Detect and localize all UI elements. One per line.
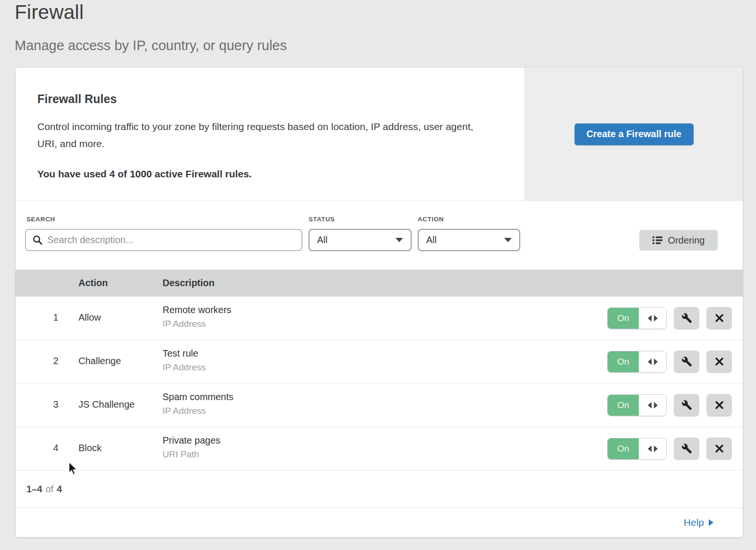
ordering-list-icon <box>653 236 662 244</box>
toggle-on-label[interactable]: On <box>608 351 639 372</box>
close-icon <box>715 444 724 453</box>
triangle-left-icon <box>648 358 652 365</box>
wrench-icon <box>681 313 692 323</box>
filters-bar: SEARCH STATUS ACTION All All Ordering <box>16 201 743 270</box>
rule-controls: On <box>607 340 732 383</box>
page-title: Firewall <box>15 1 287 24</box>
triangle-left-icon <box>648 402 652 409</box>
table-row: 2 Challenge Test rule IP Address On <box>16 340 743 384</box>
search-box[interactable] <box>25 229 302 251</box>
rules-table-body: 1 Allow Remote workers IP Address On <box>16 297 743 471</box>
action-select[interactable]: All <box>418 229 520 251</box>
delete-rule-button[interactable] <box>706 437 732 460</box>
rule-action: Challenge <box>78 356 121 367</box>
close-icon <box>715 314 724 323</box>
overview-action-panel: Create a Firewall rule <box>524 68 743 201</box>
rule-action: Block <box>78 443 102 454</box>
triangle-right-icon <box>654 358 658 365</box>
rule-controls: On <box>607 384 732 427</box>
pagination-bar: 1–4 of 4 <box>16 471 743 507</box>
pagination-of: of <box>45 484 53 495</box>
toggle-on-label[interactable]: On <box>608 308 639 329</box>
toggle-on-label[interactable]: On <box>608 438 639 459</box>
rule-match-field: IP Address <box>163 319 232 329</box>
search-label: SEARCH <box>26 216 55 223</box>
table-row: 3 JS Challenge Spam comments IP Address … <box>16 384 743 427</box>
edit-rule-button[interactable] <box>674 307 699 330</box>
rule-description: Spam comments IP Address <box>163 392 233 416</box>
edit-rule-button[interactable] <box>674 394 699 417</box>
chevron-down-icon <box>504 238 512 242</box>
chevron-right-icon <box>709 519 713 526</box>
rule-description: Test rule IP Address <box>163 348 206 373</box>
rule-description: Private pages URI Path <box>163 435 220 460</box>
triangle-right-icon <box>654 315 658 322</box>
triangle-right-icon <box>654 402 658 409</box>
card-footer: Help <box>16 507 743 537</box>
rule-controls: On <box>607 297 732 340</box>
toggle-arrows[interactable] <box>639 438 666 459</box>
rule-priority: 2 <box>49 356 63 367</box>
rule-action: Allow <box>78 312 101 323</box>
overview-text-panel: Firewall Rules Control incoming traffic … <box>16 68 524 201</box>
rule-description-title: Private pages <box>163 435 220 446</box>
pagination-total: 4 <box>57 484 62 495</box>
triangle-left-icon <box>648 315 652 322</box>
rule-enabled-toggle[interactable]: On <box>607 351 667 373</box>
action-label: ACTION <box>418 216 444 223</box>
rule-description-title: Test rule <box>163 348 206 359</box>
close-icon <box>715 401 724 410</box>
ordering-button-label: Ordering <box>668 235 705 246</box>
toggle-arrows[interactable] <box>639 308 666 329</box>
chevron-down-icon <box>395 238 403 242</box>
rule-description: Remote workers IP Address <box>163 305 232 329</box>
rule-match-field: IP Address <box>163 406 233 416</box>
column-header-description: Description <box>163 278 215 288</box>
action-select-value: All <box>426 235 437 245</box>
triangle-left-icon <box>648 445 652 452</box>
rule-enabled-toggle[interactable]: On <box>607 307 667 329</box>
close-icon <box>715 357 724 366</box>
overview-usage-text: You have used 4 of 1000 active Firewall … <box>37 168 496 180</box>
rule-match-field: URI Path <box>163 449 220 460</box>
search-icon <box>33 235 43 245</box>
edit-rule-button[interactable] <box>674 350 699 373</box>
page-subtitle: Manage access by IP, country, or query r… <box>15 38 287 53</box>
triangle-right-icon <box>654 445 658 452</box>
status-select-value: All <box>317 235 327 245</box>
delete-rule-button[interactable] <box>706 307 732 330</box>
rule-description-title: Remote workers <box>163 305 232 315</box>
help-link[interactable]: Help <box>684 517 713 528</box>
create-firewall-rule-button[interactable]: Create a Firewall rule <box>575 123 694 145</box>
column-header-action: Action <box>78 278 108 288</box>
toggle-arrows[interactable] <box>639 395 666 416</box>
rule-enabled-toggle[interactable]: On <box>607 394 667 416</box>
toggle-on-label[interactable]: On <box>608 395 639 416</box>
overview-heading: Firewall Rules <box>37 92 496 106</box>
overview-description: Control incoming traffic to your zone by… <box>37 118 486 152</box>
search-input[interactable] <box>47 235 295 245</box>
rule-action: JS Challenge <box>78 399 135 410</box>
edit-rule-button[interactable] <box>674 437 699 460</box>
status-select[interactable]: All <box>309 229 412 251</box>
wrench-icon <box>681 356 692 367</box>
rule-priority: 3 <box>49 399 63 410</box>
delete-rule-button[interactable] <box>706 350 732 373</box>
rule-priority: 1 <box>49 312 63 323</box>
wrench-icon <box>681 400 692 410</box>
help-link-label: Help <box>684 517 704 528</box>
overview-section: Firewall Rules Control incoming traffic … <box>16 68 743 201</box>
firewall-rules-card: Firewall Rules Control incoming traffic … <box>16 68 743 537</box>
rule-enabled-toggle[interactable]: On <box>607 438 667 460</box>
rule-description-title: Spam comments <box>163 392 233 402</box>
table-row: 1 Allow Remote workers IP Address On <box>16 297 743 340</box>
rule-match-field: IP Address <box>163 362 206 373</box>
pagination-range: 1–4 <box>26 484 42 495</box>
rule-priority: 4 <box>49 443 63 454</box>
rules-table-header: Action Description <box>16 270 743 297</box>
rule-controls: On <box>607 427 732 470</box>
status-label: STATUS <box>309 216 335 223</box>
toggle-arrows[interactable] <box>639 351 666 372</box>
delete-rule-button[interactable] <box>706 394 732 417</box>
ordering-button[interactable]: Ordering <box>639 230 718 251</box>
